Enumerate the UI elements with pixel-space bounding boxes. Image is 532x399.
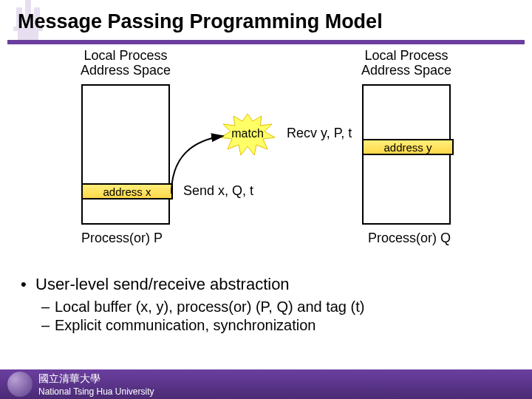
- bullet-lvl1: User-level send/receive abstraction: [21, 275, 516, 294]
- right-process-label: Local Process Address Space: [355, 49, 458, 78]
- text: Address Space: [81, 63, 171, 78]
- bullet-lvl2-b: Explicit communication, synchronization: [21, 317, 516, 334]
- slide-title: Message Passing Programming Model: [18, 10, 383, 33]
- university-name-zh-icon: 國立清華大學: [38, 372, 127, 384]
- text: Local Process: [83, 48, 167, 63]
- address-x-slot: address x: [81, 183, 173, 200]
- text: Address Space: [361, 63, 451, 78]
- process-q-label: Process(or) Q: [368, 231, 451, 246]
- diagram-area: Local Process Address Space Local Proces…: [0, 44, 532, 266]
- recv-call-text: Recv y, P, t: [287, 126, 352, 141]
- send-arrow: [168, 123, 287, 200]
- left-address-space-box: address x: [81, 84, 170, 225]
- process-p-label: Process(or) P: [81, 231, 163, 246]
- university-name-en: National Tsing Hua University: [38, 386, 154, 397]
- address-y-slot: address y: [362, 139, 454, 155]
- text: Local Process: [364, 48, 448, 63]
- bullet-list: User-level send/receive abstraction Loca…: [21, 275, 516, 334]
- left-process-label: Local Process Address Space: [74, 49, 177, 78]
- svg-text:國立清華大學: 國立清華大學: [38, 372, 100, 384]
- right-address-space-box: address y: [362, 84, 451, 225]
- bullet-lvl2-a: Local buffer (x, y), process(or) (P, Q) …: [21, 299, 516, 316]
- university-seal-icon: [7, 372, 33, 397]
